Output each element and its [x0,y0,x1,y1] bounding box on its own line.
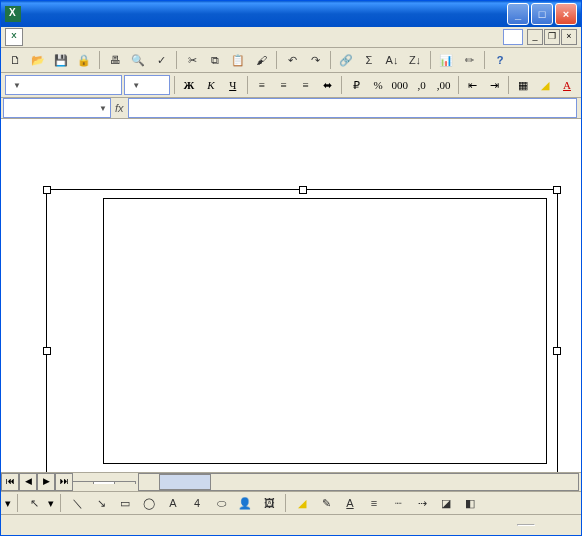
maximize-button[interactable]: □ [531,3,553,25]
chart-handle[interactable] [43,347,51,355]
font-color-icon[interactable]: A [557,75,577,95]
type-question-box[interactable] [503,29,523,45]
cut-icon[interactable]: ✂ [182,50,202,70]
autosum-icon[interactable]: Σ [359,50,379,70]
align-left-icon[interactable]: ≡ [252,75,272,95]
drawing-icon[interactable]: ✏ [459,50,479,70]
sheet-tab-3[interactable] [114,481,136,484]
horizontal-scrollbar[interactable] [138,473,579,491]
standard-toolbar: 🗋 📂 💾 🔒 🖶 🔍 ✓ ✂ ⧉ 📋 🖌 ↶ ↷ 🔗 Σ A↓ Z↓ 📊 ✏ … [1,48,581,73]
sheet-tab-1[interactable] [72,481,94,484]
minimize-button[interactable]: _ [507,3,529,25]
inc-dec-icon[interactable]: ,0 [412,75,432,95]
picture-icon[interactable]: 🖼 [259,493,279,513]
tab-first-icon[interactable]: ⏮ [1,473,19,491]
arrowstyle-icon[interactable]: ⇢ [412,493,432,513]
undo-icon[interactable]: ↶ [282,50,302,70]
bold-button[interactable]: Ж [179,75,199,95]
open-icon[interactable]: 📂 [28,50,48,70]
dash-icon[interactable]: ┈ [388,493,408,513]
align-right-icon[interactable]: ≡ [295,75,315,95]
sortza-icon[interactable]: Z↓ [405,50,425,70]
mdi-close[interactable]: × [561,29,577,45]
embedded-chart[interactable] [46,189,558,472]
new-icon[interactable]: 🗋 [5,50,25,70]
fillcolor-icon[interactable]: ◢ [292,493,312,513]
lineweight-icon[interactable]: ≡ [364,493,384,513]
fx-icon[interactable]: fx [115,102,124,114]
workbook-icon[interactable]: X [5,28,23,46]
fontcolor-icon[interactable]: A [340,493,360,513]
currency-icon[interactable]: ₽ [346,75,366,95]
arrow-icon[interactable]: ↘ [91,493,111,513]
name-box[interactable]: ▼ [3,98,111,118]
chart-icon[interactable]: 📊 [436,50,456,70]
tab-last-icon[interactable]: ⏭ [55,473,73,491]
chart-handle[interactable] [299,186,307,194]
actions-menu[interactable]: ▾ [5,497,11,510]
tab-next-icon[interactable]: ▶ [37,473,55,491]
formula-bar-row: ▼ fx [1,98,581,119]
chart-handle[interactable] [553,186,561,194]
indent-inc-icon[interactable]: ⇥ [484,75,504,95]
tab-prev-icon[interactable]: ◀ [19,473,37,491]
close-button[interactable]: × [555,3,577,25]
link-icon[interactable]: 🔗 [336,50,356,70]
italic-button[interactable]: К [201,75,221,95]
menu-format[interactable] [67,35,77,39]
permission-icon[interactable]: 🔒 [74,50,94,70]
textbox-icon[interactable]: A [163,493,183,513]
indent-dec-icon[interactable]: ⇤ [463,75,483,95]
diagram-icon[interactable]: ⬭ [211,493,231,513]
mdi-minimize[interactable]: _ [527,29,543,45]
fmtpaint-icon[interactable]: 🖌 [251,50,271,70]
underline-button[interactable]: Ч [223,75,243,95]
percent-icon[interactable]: % [368,75,388,95]
menu-help[interactable] [107,35,117,39]
worksheet-area[interactable] [1,119,581,472]
sortaz-icon[interactable]: A↓ [382,50,402,70]
menu-view[interactable] [47,35,57,39]
autoshapes-menu[interactable]: ▾ [48,497,54,510]
size-combo[interactable]: ▼ [124,75,170,95]
rect-icon[interactable]: ▭ [115,493,135,513]
font-combo[interactable]: ▼ [5,75,122,95]
spell-icon[interactable]: ✓ [151,50,171,70]
save-icon[interactable]: 💾 [51,50,71,70]
wordart-icon[interactable]: 4 [187,493,207,513]
chart-handle[interactable] [43,186,51,194]
formula-bar[interactable] [128,98,577,118]
align-center-icon[interactable]: ≡ [274,75,294,95]
3d-icon[interactable]: ◧ [460,493,480,513]
chart-svg [104,199,546,463]
menu-file[interactable] [27,35,37,39]
oval-icon[interactable]: ◯ [139,493,159,513]
preview-icon[interactable]: 🔍 [128,50,148,70]
paste-icon[interactable]: 📋 [228,50,248,70]
menu-chart[interactable] [87,35,97,39]
menu-insert[interactable] [57,35,67,39]
sheet-tab-2[interactable] [93,481,115,484]
menu-tools[interactable] [77,35,87,39]
scroll-thumb[interactable] [159,474,211,490]
borders-icon[interactable]: ▦ [513,75,533,95]
print-icon[interactable]: 🖶 [105,50,125,70]
dec-dec-icon[interactable]: ,00 [434,75,454,95]
fill-color-icon[interactable]: ◢ [535,75,555,95]
mdi-restore[interactable]: ❐ [544,29,560,45]
menu-adobe[interactable] [117,35,127,39]
redo-icon[interactable]: ↷ [305,50,325,70]
line-icon[interactable]: ＼ [67,493,87,513]
linecolor-icon[interactable]: ✎ [316,493,336,513]
tab-nav[interactable]: ⏮ ◀ ▶ ⏭ [1,473,73,491]
chart-handle[interactable] [553,347,561,355]
menu-window[interactable] [97,35,107,39]
shadow-icon[interactable]: ◪ [436,493,456,513]
comma-icon[interactable]: 000 [390,75,410,95]
select-icon[interactable]: ↖ [24,493,44,513]
copy-icon[interactable]: ⧉ [205,50,225,70]
menu-edit[interactable] [37,35,47,39]
help-icon[interactable]: ? [490,50,510,70]
merge-icon[interactable]: ⬌ [317,75,337,95]
clipart-icon[interactable]: 👤 [235,493,255,513]
